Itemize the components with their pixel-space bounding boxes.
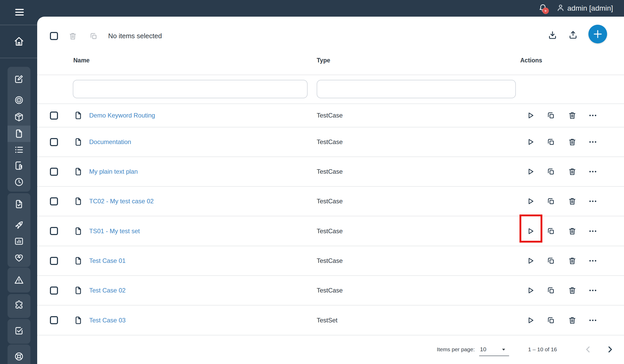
row-type: TestCase (317, 168, 343, 175)
row-name-link[interactable]: Demo Keyword Routing (89, 112, 155, 119)
row-name-link[interactable]: Documentation (89, 138, 131, 146)
more-options-icon[interactable] (588, 316, 597, 325)
sidebar-item-package[interactable] (14, 112, 24, 122)
sidebar-divider (0, 25, 37, 25)
duplicate-icon[interactable] (547, 256, 555, 265)
run-icon[interactable] (526, 256, 535, 265)
add-item-button[interactable] (588, 25, 607, 43)
duplicate-icon[interactable] (547, 167, 555, 176)
sidebar-item-health[interactable] (14, 252, 24, 263)
sidebar-divider (0, 58, 37, 58)
row-checkbox[interactable] (50, 197, 58, 205)
sidebar-item-attachments[interactable] (14, 160, 24, 171)
row-name-link[interactable]: Test Case 03 (89, 317, 126, 324)
sidebar-item-integrations[interactable] (14, 300, 24, 310)
row-name-link[interactable]: Test Case 02 (89, 287, 126, 294)
type-filter-input[interactable] (317, 80, 516, 98)
row-checkbox[interactable] (50, 287, 58, 295)
document-icon (74, 137, 83, 147)
duplicate-icon[interactable] (547, 227, 555, 236)
row-name-link[interactable]: TS01 - My test set (89, 228, 140, 235)
sidebar-item-files-active[interactable] (14, 128, 24, 139)
row-type: TestCase (317, 228, 343, 235)
row-checkbox[interactable] (50, 257, 58, 265)
bulk-copy-icon[interactable] (89, 32, 98, 41)
row-name-link[interactable]: Test Case 01 (89, 257, 126, 264)
more-options-icon[interactable] (588, 111, 597, 120)
row-name-link[interactable]: My plain text plan (89, 168, 138, 175)
row-checkbox[interactable] (50, 227, 58, 235)
table-row: Test Case 02 TestCase (37, 276, 624, 306)
document-icon (74, 316, 83, 325)
table-row: Demo Keyword Routing TestCase (37, 104, 624, 127)
row-checkbox[interactable] (50, 316, 58, 324)
duplicate-icon[interactable] (547, 286, 555, 295)
run-icon-highlighted[interactable] (526, 227, 535, 236)
more-options-icon[interactable] (588, 256, 597, 265)
more-options-icon[interactable] (588, 167, 597, 176)
sidebar-item-support[interactable] (14, 351, 24, 362)
more-options-icon[interactable] (588, 227, 597, 236)
sidebar-item-target[interactable] (14, 95, 24, 105)
delete-icon[interactable] (568, 167, 577, 176)
delete-icon[interactable] (568, 111, 577, 120)
sidebar-item-edit[interactable] (14, 74, 24, 84)
column-header-type: Type (317, 57, 330, 64)
name-filter-input[interactable] (73, 80, 308, 98)
delete-icon[interactable] (568, 286, 577, 295)
sidebar-item-tasks[interactable] (14, 199, 24, 209)
row-checkbox[interactable] (50, 112, 58, 120)
row-checkbox[interactable] (50, 168, 58, 176)
duplicate-icon[interactable] (547, 197, 555, 206)
table-row-highlighted: TS01 - My test set TestCase (37, 216, 624, 246)
document-icon (74, 226, 83, 236)
row-checkbox[interactable] (50, 138, 58, 146)
document-icon (74, 197, 83, 206)
row-type: TestCase (317, 138, 343, 146)
divider (37, 75, 624, 75)
run-icon[interactable] (526, 197, 535, 206)
column-header-actions: Actions (520, 57, 542, 64)
table-row: Test Case 03 TestSet (37, 306, 624, 335)
sidebar-item-history[interactable] (14, 177, 24, 187)
duplicate-icon[interactable] (547, 138, 555, 146)
sidebar-item-runs[interactable] (14, 220, 24, 230)
sidebar-item-home[interactable] (13, 36, 25, 47)
more-options-icon[interactable] (588, 138, 597, 146)
export-upload-icon[interactable] (568, 30, 578, 40)
row-type: TestCase (317, 257, 343, 264)
delete-icon[interactable] (568, 227, 577, 236)
select-all-checkbox[interactable] (50, 32, 58, 40)
duplicate-icon[interactable] (547, 111, 555, 120)
delete-icon[interactable] (568, 316, 577, 325)
items-per-page-caret-icon[interactable] (500, 346, 507, 353)
sidebar (0, 0, 37, 364)
sidebar-item-list[interactable] (14, 145, 24, 155)
next-page-icon[interactable] (605, 345, 615, 354)
delete-icon[interactable] (568, 256, 577, 265)
run-icon[interactable] (526, 111, 535, 120)
run-icon[interactable] (526, 316, 535, 325)
run-icon[interactable] (526, 286, 535, 295)
sidebar-item-reports[interactable] (14, 236, 24, 246)
run-icon[interactable] (526, 138, 535, 146)
items-per-page-label: Items per page: (422, 346, 475, 353)
more-options-icon[interactable] (588, 197, 597, 206)
user-avatar-icon (556, 3, 565, 12)
row-name-link[interactable]: TC02 - My test case 02 (89, 198, 154, 205)
previous-page-icon[interactable] (583, 345, 593, 354)
user-menu[interactable]: admin [admin] (567, 4, 613, 12)
delete-icon[interactable] (568, 197, 577, 206)
sidebar-item-alerts[interactable] (14, 275, 24, 285)
table-row: Test Case 01 TestCase (37, 246, 624, 276)
table-row: TC02 - My test case 02 TestCase (37, 187, 624, 216)
duplicate-icon[interactable] (547, 316, 555, 325)
run-icon[interactable] (526, 167, 535, 176)
more-options-icon[interactable] (588, 286, 597, 295)
items-per-page-select[interactable]: 10 (480, 346, 486, 353)
import-download-icon[interactable] (547, 30, 558, 40)
bulk-delete-icon[interactable] (68, 32, 77, 41)
sidebar-item-approvals[interactable] (14, 326, 24, 336)
select-underline (479, 355, 509, 356)
delete-icon[interactable] (568, 138, 577, 146)
